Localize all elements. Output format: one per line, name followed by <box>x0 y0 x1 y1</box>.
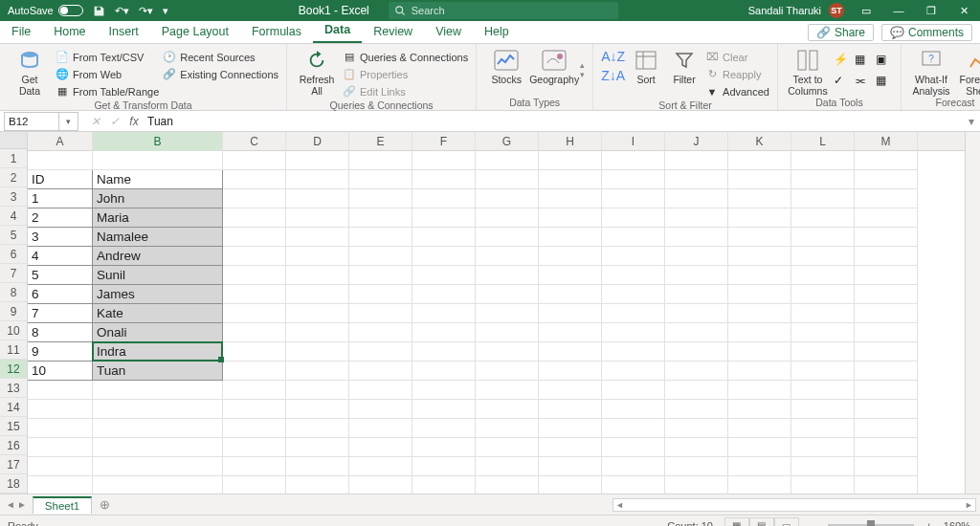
cell[interactable] <box>349 457 412 476</box>
row-header[interactable]: 3 <box>0 187 27 207</box>
cell[interactable] <box>349 208 412 228</box>
cell[interactable] <box>728 285 791 304</box>
row-header[interactable]: 7 <box>0 264 27 283</box>
zoom-in-icon[interactable]: + <box>925 520 931 527</box>
cell[interactable] <box>223 208 286 228</box>
advanced-button[interactable]: ▼Advanced <box>705 83 769 99</box>
cell[interactable] <box>286 208 349 228</box>
cell[interactable] <box>791 151 855 170</box>
cell[interactable] <box>791 400 855 419</box>
column-header[interactable]: D <box>286 132 349 151</box>
cell[interactable]: Namalee <box>93 228 223 247</box>
get-data-button[interactable]: Get Data <box>8 49 52 97</box>
row-header[interactable]: 17 <box>0 455 27 474</box>
cell[interactable] <box>855 151 918 170</box>
cell[interactable] <box>223 151 286 170</box>
row-header[interactable]: 5 <box>0 226 27 245</box>
cell[interactable] <box>539 304 602 323</box>
cell[interactable] <box>855 457 918 476</box>
row-header[interactable]: 4 <box>0 207 27 226</box>
cell[interactable] <box>476 208 539 228</box>
sheet-nav-prev-icon[interactable]: ◄ <box>6 499 15 510</box>
cell[interactable] <box>223 419 286 438</box>
cell[interactable] <box>539 228 602 247</box>
cell[interactable] <box>539 247 602 266</box>
cell[interactable] <box>476 342 539 362</box>
cell[interactable] <box>286 228 349 247</box>
flash-fill-icon[interactable]: ⚡ <box>834 53 851 70</box>
cell[interactable] <box>286 400 349 419</box>
from-table-range-button[interactable]: ▦From Table/Range <box>56 83 159 99</box>
cell[interactable] <box>602 266 665 285</box>
data-validation-icon[interactable]: ✓ <box>834 74 851 91</box>
cell[interactable] <box>223 189 286 208</box>
row-header[interactable]: 9 <box>0 302 27 321</box>
cell[interactable] <box>476 323 539 342</box>
enter-icon[interactable]: ✓ <box>105 115 124 128</box>
cell[interactable] <box>855 247 918 266</box>
cell[interactable] <box>476 189 539 208</box>
row-header[interactable]: 15 <box>0 417 27 436</box>
cell[interactable] <box>791 170 855 189</box>
cell[interactable] <box>855 189 918 208</box>
cell[interactable] <box>602 419 665 438</box>
cell[interactable] <box>476 228 539 247</box>
cell[interactable]: Kate <box>93 304 223 323</box>
cell[interactable] <box>286 247 349 266</box>
cell[interactable] <box>665 151 728 170</box>
cell[interactable] <box>93 438 223 457</box>
cell[interactable] <box>539 381 602 400</box>
cell[interactable] <box>539 285 602 304</box>
cell[interactable] <box>791 419 855 438</box>
cell[interactable] <box>665 266 728 285</box>
column-header[interactable]: M <box>855 132 918 151</box>
cell[interactable]: James <box>93 285 223 304</box>
cell[interactable] <box>539 151 602 170</box>
row-header[interactable]: 18 <box>0 474 27 493</box>
cell[interactable] <box>349 189 412 208</box>
cell[interactable] <box>539 362 602 381</box>
cell[interactable] <box>602 285 665 304</box>
text-to-columns-button[interactable]: Text to Columns <box>786 49 830 97</box>
cell[interactable] <box>602 400 665 419</box>
cell[interactable] <box>665 400 728 419</box>
cell[interactable] <box>476 438 539 457</box>
name-box[interactable]: B12 <box>4 112 59 131</box>
cell[interactable] <box>412 400 476 419</box>
cell[interactable]: 2 <box>28 208 93 228</box>
zoom-out-icon[interactable]: − <box>811 520 816 527</box>
cell[interactable] <box>665 476 728 493</box>
cell[interactable] <box>728 342 791 362</box>
cell[interactable] <box>286 323 349 342</box>
maximize-button[interactable]: ❐ <box>915 0 947 21</box>
cell[interactable] <box>412 208 476 228</box>
column-header[interactable]: C <box>223 132 286 151</box>
cell[interactable] <box>602 228 665 247</box>
name-box-dropdown-icon[interactable]: ▾ <box>59 112 78 131</box>
tab-file[interactable]: File <box>0 21 42 43</box>
cell[interactable] <box>286 304 349 323</box>
cell[interactable] <box>223 457 286 476</box>
cell[interactable] <box>539 438 602 457</box>
sort-button[interactable]: Sort <box>629 49 663 85</box>
row-header[interactable]: 11 <box>0 340 27 360</box>
sheet-nav-next-icon[interactable]: ► <box>17 499 27 510</box>
autosave-toggle[interactable]: AutoSave <box>0 5 83 16</box>
row-header[interactable]: 14 <box>0 398 27 417</box>
minimize-button[interactable]: — <box>882 0 915 21</box>
cell[interactable] <box>28 381 93 400</box>
tab-view[interactable]: View <box>424 21 473 43</box>
cell[interactable] <box>28 476 93 493</box>
cell[interactable] <box>855 170 918 189</box>
cell[interactable] <box>602 362 665 381</box>
whatif-analysis-button[interactable]: ? What-If Analysis <box>909 49 953 97</box>
cell[interactable] <box>412 228 476 247</box>
cell[interactable] <box>728 400 791 419</box>
cell[interactable]: 1 <box>28 189 93 208</box>
cell[interactable] <box>855 323 918 342</box>
cell[interactable] <box>728 228 791 247</box>
cell[interactable] <box>665 247 728 266</box>
cell[interactable]: Andrew <box>93 247 223 266</box>
cell[interactable] <box>602 476 665 493</box>
cell[interactable] <box>28 457 93 476</box>
